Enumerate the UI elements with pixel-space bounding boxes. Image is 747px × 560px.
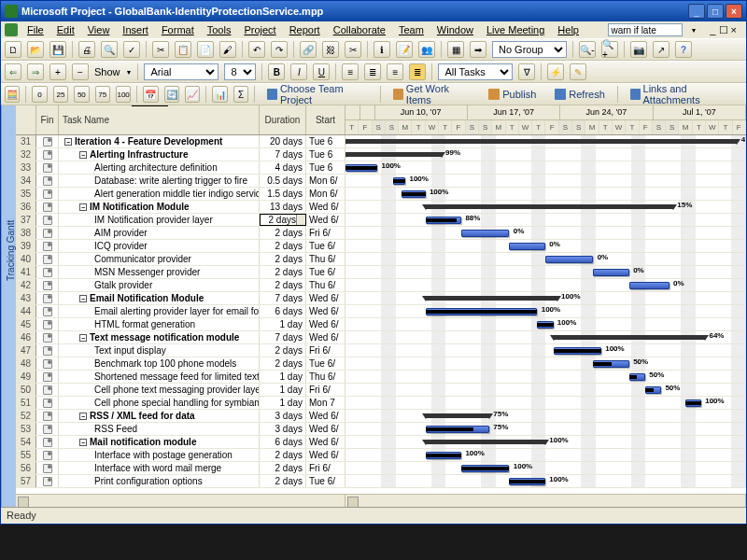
task-bar[interactable] — [629, 282, 669, 289]
paste-button[interactable]: 📄 — [197, 41, 214, 58]
start-cell[interactable]: Wed 6/ — [306, 201, 345, 213]
outline-toggle-icon[interactable]: − — [79, 413, 87, 420]
task-row[interactable]: 45HTML format generation1 dayWed 6/100% — [16, 318, 746, 331]
copy-button[interactable]: 📋 — [175, 41, 191, 58]
col-start[interactable]: Start — [306, 105, 345, 134]
task-row[interactable]: 36−IM Notification Module13 daysWed 6/15… — [16, 201, 746, 214]
duration-cell[interactable]: 2 days — [260, 357, 306, 370]
task-name-cell[interactable]: −IM Notification Module — [59, 201, 260, 213]
task-row[interactable]: 40Communicator provider2 daysThu 6/0% — [16, 253, 746, 266]
row-number[interactable]: 37 — [16, 214, 36, 226]
italic-button[interactable]: I — [290, 63, 307, 80]
task-name-cell[interactable]: Gtalk provider — [59, 279, 260, 291]
calc-button[interactable]: 🧮 — [5, 86, 20, 103]
task-bar[interactable] — [545, 256, 593, 263]
menu-collaborate[interactable]: Collaborate — [328, 23, 391, 36]
task-name-cell[interactable]: Text input display — [59, 344, 260, 357]
row-number[interactable]: 38 — [16, 227, 36, 239]
task-name-cell[interactable]: MSN Messenger provider — [59, 266, 260, 278]
row-number[interactable]: 36 — [16, 201, 36, 213]
outline-toggle-icon[interactable]: − — [64, 138, 72, 146]
t50-button[interactable]: 50 — [74, 86, 89, 103]
row-number[interactable]: 53 — [16, 423, 36, 435]
menu-livemeeting[interactable]: Live Meeting — [481, 23, 550, 36]
start-cell[interactable]: Tue 6 — [306, 135, 345, 147]
task-row[interactable]: 43−Email Notification Module7 daysWed 6/… — [16, 292, 746, 305]
task-row[interactable]: 57Print configuration options2 daysTue 6… — [16, 475, 746, 488]
task-row[interactable]: 35Alert generation middle tier indigo se… — [16, 188, 746, 201]
task-row[interactable]: 39ICQ provider2 daysTue 6/0% — [16, 240, 746, 253]
task-name-cell[interactable]: Email alerting provider layer for email … — [59, 305, 260, 317]
duration-cell[interactable]: 1 day — [260, 318, 306, 330]
duration-cell[interactable]: 2 days — [260, 449, 306, 461]
split-button[interactable]: ✂ — [345, 41, 361, 58]
task-row[interactable]: 55Interface with postage generation2 day… — [16, 449, 746, 462]
duration-cell[interactable]: 2 days — [260, 266, 306, 278]
cut-button[interactable]: ✂ — [152, 41, 169, 58]
choose-team-project-button[interactable]: Choose Team Project — [261, 85, 374, 104]
open-button[interactable]: 📂 — [27, 41, 44, 58]
t25-button[interactable]: 25 — [53, 86, 68, 103]
start-cell[interactable]: Thu 6/ — [306, 253, 345, 265]
view-bar[interactable]: Tracking Gantt — [1, 105, 16, 507]
t100-button[interactable]: 100 — [116, 86, 131, 103]
task-name-cell[interactable]: ICQ provider — [59, 240, 260, 252]
links-attachments-button[interactable]: Links and Attachments — [624, 85, 742, 104]
plus-button[interactable]: + — [49, 63, 66, 80]
row-number[interactable]: 39 — [16, 240, 36, 252]
task-name-cell[interactable]: Cell phone text messaging provider layer — [59, 384, 260, 396]
menu-report[interactable]: Report — [284, 23, 326, 36]
task-name-cell[interactable]: −Text message notification module — [59, 331, 260, 343]
task-row[interactable]: 37IM Notification provider layer2 daysWe… — [16, 214, 746, 227]
task-row[interactable]: 53RSS Feed3 daysWed 6/75% — [16, 423, 746, 436]
start-cell[interactable]: Fri 6/ — [306, 344, 345, 357]
start-cell[interactable]: Wed 6/ — [306, 331, 345, 343]
task-row[interactable]: 56Interface with word mail merge2 daysFr… — [16, 462, 746, 475]
task-name-cell[interactable]: −RSS / XML feed for data — [59, 410, 260, 422]
row-number[interactable]: 57 — [16, 475, 36, 487]
start-cell[interactable]: Wed 6/ — [306, 436, 345, 448]
help-search-input[interactable] — [608, 23, 683, 36]
align-justify-button[interactable]: ≣ — [409, 63, 426, 80]
task-row[interactable]: 54−Mail notification module6 daysWed 6/1… — [16, 436, 746, 449]
row-number[interactable]: 47 — [16, 344, 36, 357]
maximize-button[interactable]: □ — [707, 4, 724, 19]
duration-cell[interactable]: 2 days — [260, 279, 306, 291]
duration-cell[interactable]: 7 days — [260, 292, 306, 304]
start-cell[interactable]: Mon 6/ — [306, 175, 345, 187]
row-number[interactable]: 52 — [16, 410, 36, 422]
task-row[interactable]: 50Cell phone text messaging provider lay… — [16, 384, 746, 397]
highlight-button[interactable]: ✎ — [570, 63, 586, 80]
outline-toggle-icon[interactable]: − — [79, 439, 87, 446]
col-indicator[interactable]: Fin — [36, 105, 59, 134]
duration-cell[interactable]: 6 days — [260, 436, 306, 448]
timescale[interactable]: Jun 10, '07Jun 17, '07Jun 24, '07Jul 1, … — [345, 105, 746, 134]
autofilter-button[interactable]: ∇ — [518, 63, 535, 80]
show-label[interactable]: Show — [94, 66, 120, 77]
task-row[interactable]: 34Database: write alerting trigger to fi… — [16, 175, 746, 188]
duration-cell[interactable]: 1 day — [260, 371, 306, 383]
task-bar[interactable] — [509, 243, 545, 250]
row-number[interactable]: 44 — [16, 305, 36, 317]
duration-cell[interactable]: 2 days — [260, 227, 306, 239]
task-row[interactable]: 49Shortened message feed for limited tex… — [16, 371, 746, 384]
help-button[interactable]: ? — [675, 41, 692, 58]
task-name-cell[interactable]: Print configuration options — [59, 475, 260, 487]
preview-button[interactable]: 🔍 — [101, 41, 118, 58]
start-cell[interactable]: Thu 6/ — [306, 371, 345, 383]
update-button[interactable]: 📅 — [143, 86, 158, 103]
goto-button[interactable]: ➡ — [470, 41, 486, 58]
task-name-cell[interactable]: Interface with word mail merge — [59, 462, 260, 474]
save-button[interactable]: 💾 — [49, 41, 66, 58]
menu-tools[interactable]: Tools — [202, 23, 237, 36]
indent-button[interactable]: ⇒ — [27, 63, 44, 80]
share-button[interactable]: ↗ — [653, 41, 669, 58]
outline-toggle-icon[interactable]: − — [79, 334, 87, 342]
assign-button[interactable]: 👥 — [418, 41, 435, 58]
font-select[interactable]: Arial — [144, 63, 218, 80]
start-cell[interactable]: Fri 6/ — [306, 384, 345, 396]
task-name-cell[interactable]: Communicator provider — [59, 253, 260, 265]
start-cell[interactable]: Wed 6/ — [306, 423, 345, 435]
row-number[interactable]: 40 — [16, 253, 36, 265]
task-name-cell[interactable]: Benchmark top 100 phone models — [59, 357, 260, 370]
